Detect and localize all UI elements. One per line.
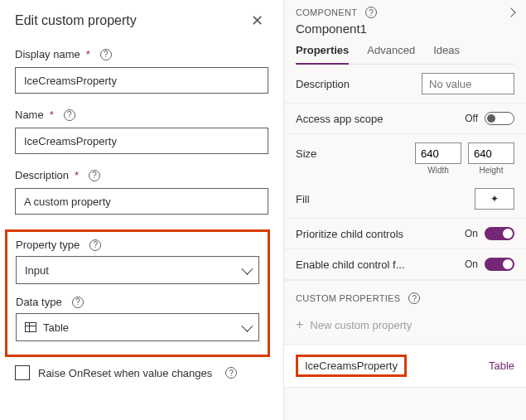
property-type-select[interactable]: Input: [16, 256, 259, 284]
paint-bucket-icon: ✦: [490, 193, 499, 205]
tab-advanced[interactable]: Advanced: [367, 44, 415, 64]
custom-property-type: Table: [489, 360, 514, 372]
help-icon[interactable]: ?: [225, 367, 237, 379]
highlight-box: Property type ? Input Data type ? Table: [5, 229, 270, 357]
new-custom-property-button[interactable]: + New custom property: [284, 311, 526, 344]
raise-onreset-label: Raise OnReset when value changes: [38, 367, 212, 379]
tabs: Properties Advanced Ideas: [296, 44, 514, 65]
custom-property-row[interactable]: IceCreamsProperty Table: [284, 344, 526, 388]
component-name: Component1: [296, 22, 514, 36]
pane-title: Edit custom property: [15, 13, 137, 28]
prop-size-label: Size: [296, 147, 316, 160]
display-name-input[interactable]: [15, 67, 268, 94]
tab-properties[interactable]: Properties: [296, 44, 349, 65]
prop-fill-label: Fill: [296, 193, 310, 205]
help-icon[interactable]: ?: [100, 49, 112, 60]
width-label: Width: [415, 166, 461, 175]
tab-ideas[interactable]: Ideas: [433, 44, 460, 64]
table-icon: [25, 322, 36, 332]
prop-enable-child-label: Enable child control f...: [296, 258, 405, 271]
help-icon[interactable]: ?: [408, 292, 420, 304]
data-type-select[interactable]: Table: [16, 313, 259, 341]
name-label: Name* ?: [15, 109, 268, 121]
prop-description-label: Description: [296, 78, 350, 90]
data-type-label: Data type ?: [16, 296, 259, 308]
access-scope-toggle[interactable]: [485, 112, 514, 125]
chevron-down-icon: [241, 321, 253, 332]
help-icon[interactable]: ?: [64, 109, 75, 121]
chevron-right-icon[interactable]: [506, 7, 515, 17]
help-icon[interactable]: ?: [89, 239, 101, 251]
toggle-on-label: On: [465, 228, 478, 239]
help-icon[interactable]: ?: [365, 7, 377, 18]
property-type-label: Property type ?: [16, 239, 259, 251]
prop-description-input[interactable]: [422, 73, 514, 94]
close-icon[interactable]: ✕: [246, 10, 268, 31]
help-icon[interactable]: ?: [72, 297, 84, 308]
component-pane: COMPONENT ? Component1 Properties Advanc…: [284, 0, 526, 420]
enable-child-toggle[interactable]: [485, 258, 514, 271]
help-icon[interactable]: ?: [89, 170, 100, 181]
description-input[interactable]: [15, 188, 268, 215]
prop-access-scope-label: Access app scope: [296, 113, 384, 125]
custom-property-name: IceCreamsProperty: [296, 355, 407, 377]
prioritize-toggle[interactable]: [485, 227, 514, 240]
name-input[interactable]: [15, 128, 268, 154]
height-label: Height: [468, 166, 514, 175]
prop-prioritize-label: Prioritize child controls: [296, 228, 403, 240]
custom-properties-header: CUSTOM PROPERTIES: [296, 293, 400, 303]
plus-icon: +: [296, 317, 303, 332]
description-label: Description* ?: [15, 169, 268, 181]
toggle-off-label: Off: [465, 113, 478, 124]
edit-property-pane: Edit custom property ✕ Display name* ? N…: [0, 0, 284, 420]
size-height-input[interactable]: [468, 142, 514, 164]
component-section-label: COMPONENT: [296, 7, 357, 17]
chevron-down-icon: [241, 263, 253, 275]
raise-onreset-checkbox[interactable]: [15, 365, 30, 380]
display-name-label: Display name* ?: [15, 48, 268, 60]
fill-color-picker[interactable]: ✦: [475, 188, 514, 210]
size-width-input[interactable]: [415, 142, 461, 164]
toggle-on-label: On: [465, 258, 478, 270]
